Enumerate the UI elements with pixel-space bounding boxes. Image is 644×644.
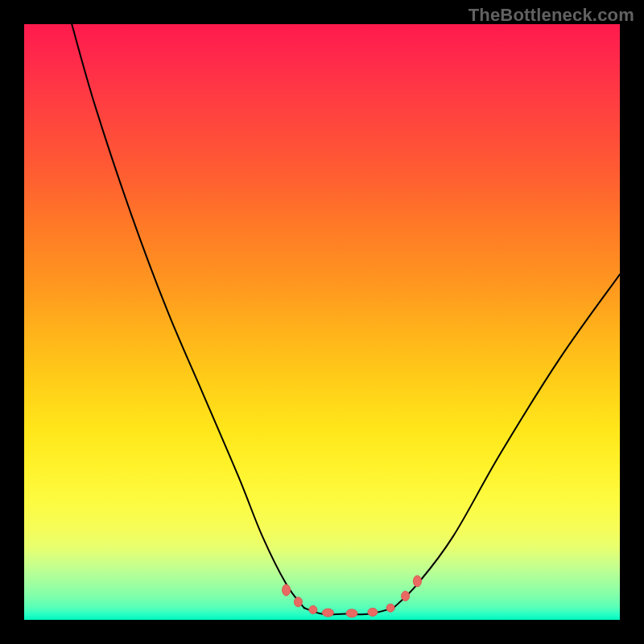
marker-point <box>386 604 394 612</box>
marker-point <box>402 591 410 601</box>
outer-frame: TheBottleneck.com <box>0 0 644 644</box>
marker-point <box>294 597 302 607</box>
marker-group <box>283 576 422 617</box>
marker-point <box>322 609 333 617</box>
chart-overlay <box>24 24 620 620</box>
curve-group <box>72 24 620 614</box>
plot-area <box>24 24 620 620</box>
curve-right-branch <box>394 275 620 608</box>
marker-point <box>368 608 378 616</box>
marker-point <box>346 609 357 617</box>
curve-left-branch <box>72 24 304 608</box>
marker-point <box>309 605 317 613</box>
marker-point <box>283 584 291 596</box>
marker-point <box>413 576 421 587</box>
watermark-text: TheBottleneck.com <box>469 5 634 26</box>
